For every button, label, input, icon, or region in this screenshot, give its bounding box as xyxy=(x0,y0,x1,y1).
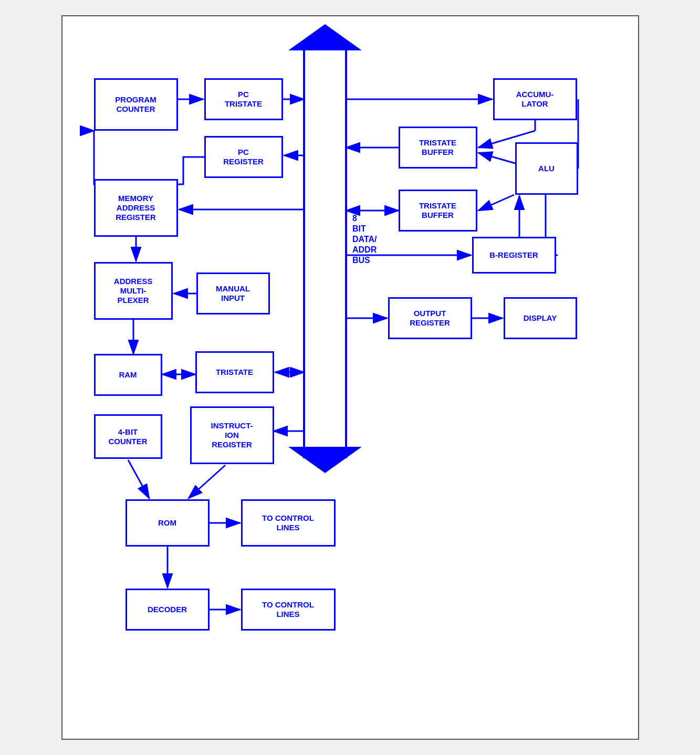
svg-text:8: 8 xyxy=(352,214,357,223)
diagram-container: 8 BIT DATA/ ADDR BUS xyxy=(61,15,639,740)
accumulator-block: ACCUMU- LATOR xyxy=(493,78,577,120)
memory-address-register-block: MEMORY ADDRESS REGISTER xyxy=(94,179,178,237)
tristate-block: TRISTATE xyxy=(195,351,274,393)
svg-text:BIT: BIT xyxy=(352,224,366,233)
svg-marker-5 xyxy=(288,447,362,473)
tristate-buffer-2-block: TRISTATE BUFFER xyxy=(399,190,477,232)
decoder-block: DECODER xyxy=(126,589,210,631)
svg-marker-4 xyxy=(288,24,362,50)
four-bit-counter-block: 4-BIT COUNTER xyxy=(94,414,162,459)
instruction-register-block: INSTRUCT- ION REGISTER xyxy=(190,406,274,464)
svg-text:ADDR: ADDR xyxy=(352,245,377,254)
pc-register-block: PC REGISTER xyxy=(204,136,283,178)
pc-tristate-block: PC TRISTATE xyxy=(204,78,283,120)
b-register-block: B-REGISTER xyxy=(472,237,556,274)
to-control-lines-1-block: TO CONTROL LINES xyxy=(241,499,336,547)
svg-text:BUS: BUS xyxy=(352,256,370,265)
svg-text:DATA/: DATA/ xyxy=(352,235,377,244)
address-multiplexer-block: ADDRESS MULTI- PLEXER xyxy=(94,262,173,320)
to-control-lines-2-block: TO CONTROL LINES xyxy=(241,589,336,631)
svg-line-32 xyxy=(478,153,515,163)
ram-block: RAM xyxy=(94,354,162,396)
program-counter-block: PROGRAM COUNTER xyxy=(94,78,178,131)
manual-input-block: MANUAL INPUT xyxy=(196,272,270,314)
svg-line-22 xyxy=(189,465,225,498)
output-register-block: OUTPUT REGISTER xyxy=(388,297,472,339)
svg-line-21 xyxy=(128,460,149,498)
alu-block: ALU xyxy=(515,142,578,195)
tristate-buffer-1-block: TRISTATE BUFFER xyxy=(399,127,477,169)
svg-line-31 xyxy=(478,195,514,211)
display-block: DISPLAY xyxy=(504,297,577,339)
rom-block: ROM xyxy=(126,499,210,547)
svg-marker-3 xyxy=(304,43,346,457)
